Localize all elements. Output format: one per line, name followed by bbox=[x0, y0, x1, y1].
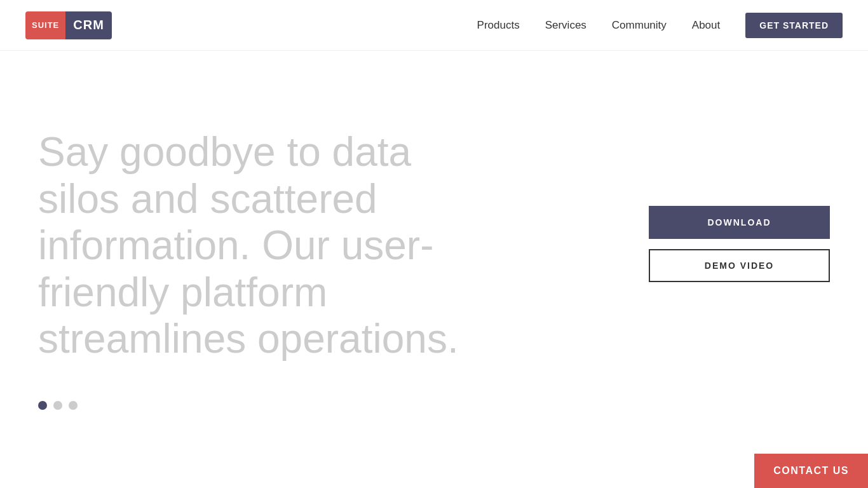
main-nav: Products Services Community About GET ST… bbox=[477, 13, 843, 38]
hero-dots bbox=[38, 401, 470, 410]
hero-section: Say goodbye to data silos and scattered … bbox=[0, 51, 868, 488]
demo-video-button[interactable]: DEMO VIDEO bbox=[649, 249, 830, 282]
logo-crm-text: CRM bbox=[65, 11, 112, 39]
dot-1[interactable] bbox=[38, 401, 47, 410]
nav-products[interactable]: Products bbox=[477, 19, 520, 32]
logo-suite-text: SUITE bbox=[25, 11, 65, 39]
hero-left: Say goodbye to data silos and scattered … bbox=[38, 129, 470, 410]
logo-container: SUITE CRM bbox=[25, 11, 112, 39]
download-button[interactable]: DOWNLOAD bbox=[649, 206, 830, 239]
header: SUITE CRM Products Services Community Ab… bbox=[0, 0, 868, 51]
nav-about[interactable]: About bbox=[692, 19, 720, 32]
contact-us-button[interactable]: CONTACT US bbox=[754, 454, 868, 488]
hero-headline: Say goodbye to data silos and scattered … bbox=[38, 129, 470, 363]
hero-right: DOWNLOAD DEMO VIDEO bbox=[649, 206, 830, 282]
dot-2[interactable] bbox=[53, 401, 62, 410]
nav-community[interactable]: Community bbox=[612, 19, 667, 32]
get-started-button[interactable]: GET STARTED bbox=[745, 13, 843, 38]
logo[interactable]: SUITE CRM bbox=[25, 11, 112, 39]
dot-3[interactable] bbox=[69, 401, 78, 410]
nav-services[interactable]: Services bbox=[545, 19, 587, 32]
